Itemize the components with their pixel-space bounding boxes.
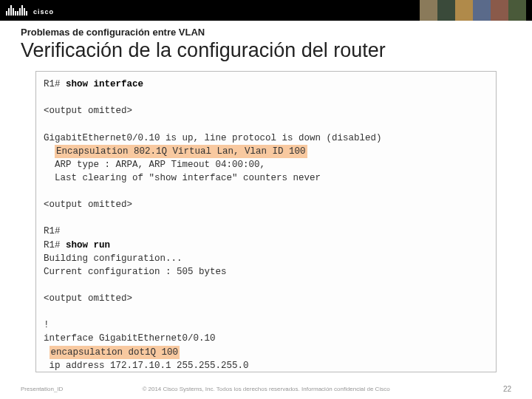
code-line: Last clearing of "show interface" counte…	[44, 171, 488, 185]
code-line: encapsulation dot1Q 100	[44, 346, 488, 359]
code-line: Building configuration...	[44, 252, 488, 265]
footer-center: © 2014 Cisco Systems, Inc. Todos los der…	[142, 386, 389, 392]
code-line: Encapsulation 802.1Q Virtual Lan, Vlan I…	[44, 145, 488, 158]
top-bar: cisco	[0, 0, 532, 21]
slide-number: 22	[503, 385, 511, 393]
code-line: GigabitEthernet0/0.10 is up, line protoc…	[44, 132, 488, 145]
code-line: R1# show run	[44, 239, 488, 252]
code-line: ARP type : ARPA, ARP Timeout 04:00:00,	[44, 158, 488, 171]
code-line: R1# show interface	[44, 78, 488, 91]
code-line: interface GigabitEthernet0/0.10	[44, 332, 488, 345]
code-line: Current configuration : 505 bytes	[44, 265, 488, 279]
logo-bars-icon	[6, 5, 27, 16]
code-line: !	[44, 318, 488, 332]
code-line: <output omitted>	[44, 198, 488, 211]
code-line: <output omitted>	[44, 292, 488, 305]
footer-left: Presentation_ID	[21, 386, 63, 392]
heading-block: Problemas de configuración entre VLAN Ve…	[0, 21, 532, 66]
code-line: ip address 172.17.10.1 255.255.255.0	[44, 359, 488, 372]
header-photo-strip	[420, 0, 526, 21]
footer: Presentation_ID © 2014 Cisco Systems, In…	[0, 385, 532, 393]
slide-title: Verificación de la configuración del rou…	[21, 39, 511, 62]
code-line: <output omitted>	[44, 104, 488, 117]
cisco-logo: cisco	[6, 5, 54, 16]
terminal-output: R1# show interface <output omitted> Giga…	[35, 71, 497, 372]
logo-text: cisco	[33, 8, 54, 16]
slide-subtitle: Problemas de configuración entre VLAN	[21, 27, 511, 38]
code-line: R1#	[44, 225, 488, 238]
